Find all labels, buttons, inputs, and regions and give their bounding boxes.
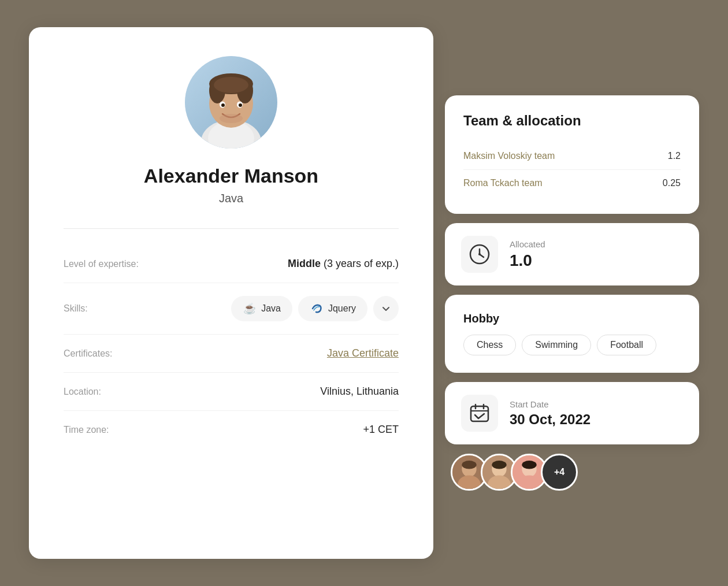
expertise-row: Level of expertise: Middle (3 years of e… bbox=[64, 245, 399, 283]
team-avatars: +4 bbox=[445, 454, 699, 491]
svg-point-18 bbox=[478, 253, 481, 255]
allocated-value: 1.0 bbox=[510, 251, 545, 270]
skill-java: ☕ Java bbox=[231, 296, 292, 321]
divider bbox=[64, 228, 399, 229]
clock-icon bbox=[469, 243, 491, 265]
skill-java-name: Java bbox=[261, 303, 281, 314]
hobby-chess: Chess bbox=[463, 335, 516, 355]
calendar-icon bbox=[469, 403, 490, 424]
allocated-label: Allocated bbox=[510, 239, 545, 249]
start-date-label: Start Date bbox=[510, 399, 590, 409]
hobby-football: Football bbox=[597, 335, 656, 355]
expertise-value: Middle (3 years of exp.) bbox=[288, 258, 399, 270]
start-date-value: 30 Oct, 2022 bbox=[510, 411, 590, 428]
svg-point-34 bbox=[522, 461, 536, 469]
team-name-2: Roma Tckach team bbox=[463, 178, 543, 188]
team-card-title: Team & allocation bbox=[463, 113, 681, 129]
info-section: Level of expertise: Middle (3 years of e… bbox=[64, 245, 399, 448]
calendar-icon-box bbox=[461, 395, 498, 432]
expertise-label: Level of expertise: bbox=[64, 259, 162, 269]
timezone-row: Time zone: +1 CET bbox=[64, 411, 399, 448]
svg-point-14 bbox=[220, 114, 243, 123]
svg-point-9 bbox=[214, 77, 248, 93]
clock-icon-box bbox=[461, 236, 498, 273]
svg-point-13 bbox=[239, 103, 242, 107]
allocated-info: Allocated 1.0 bbox=[510, 239, 545, 270]
hobby-tags: Chess Swimming Football bbox=[463, 335, 681, 355]
skill-jquery-name: Jquery bbox=[328, 303, 356, 314]
skills-label: Skills: bbox=[64, 303, 162, 314]
team-row-2: Roma Tckach team 0.25 bbox=[463, 170, 681, 196]
skills-list: ☕ Java Jquery bbox=[231, 296, 399, 321]
location-label: Location: bbox=[64, 387, 162, 397]
person-title: Java bbox=[219, 192, 243, 205]
timezone-value: +1 CET bbox=[363, 424, 399, 436]
location-row: Location: Vilnius, Lithuania bbox=[64, 373, 399, 411]
svg-point-30 bbox=[492, 461, 506, 469]
certificate-link[interactable]: Java Certificate bbox=[327, 347, 399, 359]
jquery-icon bbox=[310, 302, 324, 316]
svg-point-26 bbox=[462, 461, 476, 469]
person-name: Alexander Manson bbox=[144, 165, 318, 187]
location-value: Vilnius, Lithuania bbox=[320, 385, 399, 398]
skills-row-container: Skills: ☕ Java Jquery bbox=[64, 283, 399, 335]
right-column: Team & allocation Maksim Voloskiy team 1… bbox=[445, 95, 699, 491]
skills-dropdown-button[interactable] bbox=[373, 296, 399, 321]
start-info: Start Date 30 Oct, 2022 bbox=[510, 399, 590, 428]
avatar-more: +4 bbox=[541, 454, 578, 491]
hobby-swimming: Swimming bbox=[522, 335, 591, 355]
team-allocation-card: Team & allocation Maksim Voloskiy team 1… bbox=[445, 95, 699, 214]
team-value-2: 0.25 bbox=[663, 178, 681, 188]
avatar bbox=[185, 56, 277, 149]
team-value-1: 1.2 bbox=[668, 151, 681, 161]
start-date-card: Start Date 30 Oct, 2022 bbox=[445, 382, 699, 444]
timezone-label: Time zone: bbox=[64, 425, 162, 435]
profile-card: Alexander Manson Java Level of expertise… bbox=[29, 27, 433, 559]
hobby-title: Hobby bbox=[463, 312, 681, 325]
skill-jquery: Jquery bbox=[298, 296, 367, 321]
java-icon: ☕ bbox=[243, 302, 257, 316]
certificates-label: Certificates: bbox=[64, 348, 162, 359]
hobby-card: Hobby Chess Swimming Football bbox=[445, 295, 699, 373]
allocated-card: Allocated 1.0 bbox=[445, 223, 699, 285]
certificates-row: Certificates: Java Certificate bbox=[64, 335, 399, 373]
team-row-1: Maksim Voloskiy team 1.2 bbox=[463, 143, 681, 170]
team-name-1: Maksim Voloskiy team bbox=[463, 151, 555, 161]
svg-rect-19 bbox=[471, 406, 488, 421]
svg-point-12 bbox=[221, 103, 225, 107]
